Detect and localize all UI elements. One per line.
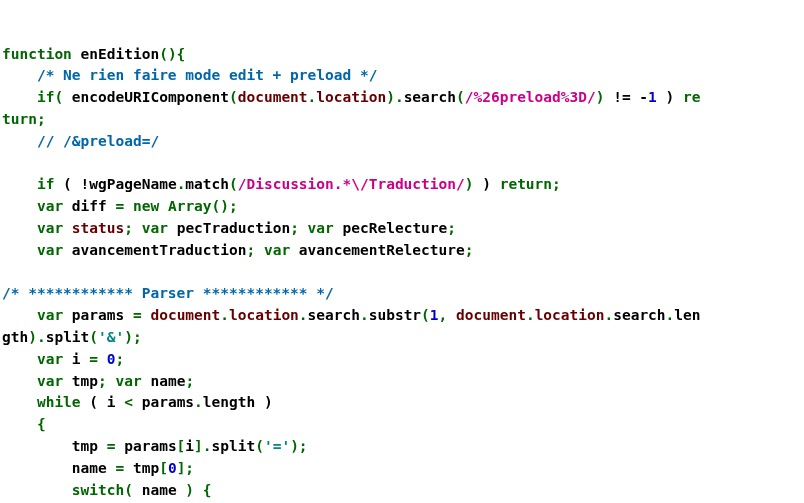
ident: i [185, 438, 194, 454]
line: // /&preload=/ [2, 133, 159, 149]
punct: . [194, 394, 203, 410]
line: /* ************ Parser ************ */ [2, 285, 334, 301]
punct: ( [255, 438, 264, 454]
ident: name [142, 373, 186, 389]
op: < [124, 394, 133, 410]
keyword-var: var [37, 220, 63, 236]
ident: match [185, 176, 229, 192]
ident: encodeURIComponent [63, 89, 229, 105]
keyword-function: function [2, 46, 72, 62]
line: var avancementTraduction; var avancement… [2, 242, 473, 258]
punct: . [308, 89, 317, 105]
keyword-var: var [37, 373, 63, 389]
prop-location: location [229, 307, 299, 323]
comment: // /&preload=/ [37, 133, 159, 149]
number: 0 [107, 351, 116, 367]
type-array: Array [168, 198, 212, 214]
keyword-var: var [37, 351, 63, 367]
ident: avancementTraduction [63, 242, 246, 258]
string: '&' [98, 329, 124, 345]
punct: ); [124, 329, 141, 345]
punct: ; [98, 373, 107, 389]
punct: . [220, 307, 229, 323]
keyword-var: var [37, 198, 63, 214]
ident: tmp [63, 373, 98, 389]
punct: [ [159, 460, 168, 476]
text: ) [255, 394, 272, 410]
keyword-var: var [264, 242, 290, 258]
punct: ( [89, 329, 98, 345]
prop-location: location [316, 89, 386, 105]
ident: pecRelecture [334, 220, 448, 236]
punct: . [604, 307, 613, 323]
ident: search [308, 307, 360, 323]
text: tmp [2, 438, 107, 454]
keyword-var: var [37, 242, 63, 258]
line: tmp = params[i].split('='); [2, 438, 308, 454]
indent [2, 242, 37, 258]
line: var status; var pecTraduction; var pecRe… [2, 220, 456, 236]
regex: /Discussion.*\/Traduction/ [238, 176, 465, 192]
punct: = [107, 438, 116, 454]
ident-cont: gth [2, 329, 28, 345]
punct: = [116, 460, 125, 476]
global-document: document [150, 307, 220, 323]
line: turn; [2, 111, 46, 127]
line: var params = document.location.search.su… [2, 307, 701, 323]
punct: ); [290, 438, 307, 454]
indent [2, 89, 37, 105]
line: if( encodeURIComponent(document.location… [2, 89, 701, 105]
punct: ]. [194, 438, 211, 454]
keyword-var: var [142, 220, 168, 236]
keyword-return: return [500, 176, 552, 192]
space [98, 351, 107, 367]
keyword-var: var [37, 307, 63, 323]
number: 0 [168, 460, 177, 476]
ident: split [212, 438, 256, 454]
text: ) [657, 89, 683, 105]
indent [2, 373, 37, 389]
comment-parser: /* ************ Parser ************ */ [2, 285, 334, 301]
line: gth).split('&'); [2, 329, 142, 345]
line: if ( !wgPageName.match(/Discussion.*\/Tr… [2, 176, 561, 192]
punct: ( [229, 176, 238, 192]
punct: ( [421, 307, 430, 323]
punct: ; [290, 220, 299, 236]
number: 1 [648, 89, 657, 105]
punct: = [89, 351, 98, 367]
space [63, 220, 72, 236]
indent [2, 220, 37, 236]
line: var diff = new Array(); [2, 198, 238, 214]
ident: tmp [124, 460, 159, 476]
line: name = tmp[0]; [2, 460, 194, 476]
punct: . [299, 307, 308, 323]
ident: params [63, 307, 133, 323]
space [107, 373, 116, 389]
indent [2, 482, 72, 498]
indent [2, 394, 37, 410]
punct: ( [456, 89, 465, 105]
punct: ) [185, 482, 194, 498]
ident: params [133, 394, 194, 410]
punct: ( [124, 482, 133, 498]
ident: search [613, 307, 665, 323]
keyword-if: if [37, 176, 54, 192]
line: while ( i < params.length ) [2, 394, 273, 410]
indent [2, 133, 37, 149]
number: 1 [430, 307, 439, 323]
op: ( ! [54, 176, 89, 192]
keyword-return-wrap: re [683, 89, 700, 105]
punct: , [439, 307, 448, 323]
ident: search [404, 89, 456, 105]
punct: (){ [159, 46, 185, 62]
ident: split [46, 329, 90, 345]
ident: pecTraduction [168, 220, 290, 236]
keyword-new: new [133, 198, 159, 214]
punct: ; [246, 242, 255, 258]
space [255, 242, 264, 258]
space [299, 220, 308, 236]
punct: ]; [177, 460, 194, 476]
ident: avancementRelecture [290, 242, 465, 258]
line: var i = 0; [2, 351, 124, 367]
ident: diff [63, 198, 115, 214]
